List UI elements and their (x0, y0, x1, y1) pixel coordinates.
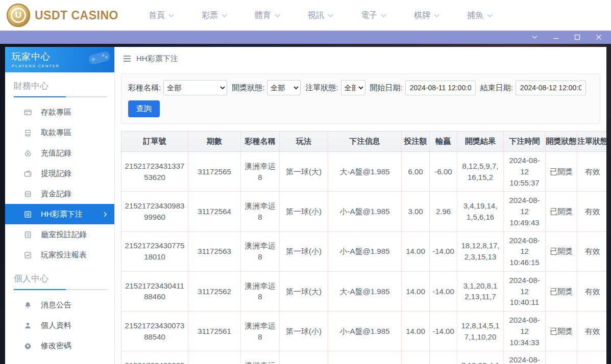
sidebar-item-label: 取款專區 (41, 128, 71, 138)
table-body: 215217234313375362031172565澳洲幸运8第一球(大)大-… (121, 152, 606, 364)
table-row: 215217234307751801031172563澳洲幸运8第一球(小)小-… (121, 232, 606, 272)
sidebar-item-clipboard-list[interactable]: 廳室投註記錄 (5, 224, 114, 245)
window-frame-background: 玩家中心 PLAYERS CENTER 財務中心存款專區取款專區充值記錄提現記錄… (0, 44, 611, 364)
list-doc-icon (24, 210, 32, 218)
person-icon (24, 321, 32, 329)
sidebar-item-label: 存款專區 (41, 108, 71, 117)
cell-lottery-name: 澳洲幸运8 (241, 192, 280, 231)
sidebar-section-title: 個人中心 (5, 265, 114, 289)
sidebar-item-label: 消息公告 (41, 300, 71, 310)
sidebar-item-wallet[interactable]: 提現記錄 (5, 163, 114, 184)
cell-lottery-name: 澳洲幸运8 (241, 311, 280, 351)
cell-order-no: 2152172343133753620 (121, 152, 188, 192)
cell-lottery-name: 澳洲幸运8 (241, 272, 280, 311)
nav-item-2[interactable]: 體育 (241, 10, 294, 21)
chevron-down-icon (328, 14, 333, 18)
cell-draw-result: 18,12,8,17,2,3,15,13 (457, 232, 504, 272)
cell-lottery-name: 澳洲幸运8 (241, 351, 280, 364)
cell-win-loss: -14.00 (430, 311, 457, 351)
wallet-icon (24, 169, 32, 177)
cell-bet-amount: 14.00 (402, 272, 430, 311)
nav-item-label: 捕魚 (467, 10, 483, 21)
chevron-down-icon (487, 14, 493, 18)
order-status-label: 注單狀態: (305, 83, 338, 93)
sidebar-item-label: 提現記錄 (41, 169, 71, 178)
cell-draw-status: 已開獎 (546, 152, 577, 192)
order-status-select[interactable]: 全部 (341, 80, 365, 95)
nav-item-4[interactable]: 電子 (347, 10, 400, 21)
sidebar-item-funds[interactable]: 資金記錄 (5, 184, 114, 204)
window-close-icon[interactable] (596, 34, 602, 40)
sidebar-item-label: 資金記錄 (41, 189, 71, 199)
nav-item-0[interactable]: 首頁 (135, 10, 188, 21)
table-row: 215217234304118846031172562澳洲幸运8第一球(大)大-… (121, 272, 606, 311)
funds-icon (24, 190, 32, 198)
logo-text: USDT CASINO (35, 9, 118, 22)
sidebar-header: 玩家中心 PLAYERS CENTER (5, 47, 114, 72)
window-chevron-down-icon[interactable] (532, 35, 537, 39)
sidebar-section-title: 財務中心 (5, 72, 114, 96)
cell-draw-result: 3,4,19,14,1,5,6,16 (457, 192, 504, 231)
cell-play-type: 第一球(大) (280, 272, 328, 311)
col-header-draw-result: 開獎結果 (457, 132, 504, 152)
end-date-input[interactable] (516, 81, 586, 95)
main-nav: 首頁彩票體育視訊電子棋牌捕魚 (135, 10, 506, 21)
cell-bet-time: 2024-08-12 10:34:33 (504, 311, 546, 351)
cell-play-type: 第一球(小) (280, 351, 328, 364)
cell-order-no: 2152172343077518010 (121, 232, 188, 272)
nav-item-label: 視訊 (308, 10, 324, 21)
start-date-label: 開始日期: (370, 83, 403, 93)
cell-lottery-name: 澳洲幸运8 (241, 232, 280, 272)
sidebar-item-label: HH彩票下注 (41, 210, 83, 219)
cell-bet-time: 2024-08-12 10:55:37 (504, 152, 546, 192)
search-button[interactable]: 查詢 (128, 100, 160, 117)
col-header-order-no: 訂單號 (121, 132, 188, 152)
sidebar-item-deposit-card[interactable]: 存款專區 (5, 102, 114, 122)
lottery-name-select[interactable]: 全部 (163, 80, 227, 95)
sidebar-item-bell[interactable]: 消息公告 (5, 295, 114, 315)
sidebar-item-person[interactable]: 個人資料 (5, 315, 114, 335)
window-minimize-icon[interactable] (553, 34, 559, 40)
sidebar-item-moneybag[interactable]: 充值記錄 (5, 143, 114, 163)
nav-item-5[interactable]: 棋牌 (400, 10, 453, 21)
bets-table: 訂單號期數彩種名稱玩法下注信息投注額輸贏開獎結果下注時間開獎狀態注單狀態 215… (121, 131, 606, 364)
cell-play-type: 第一球(小) (280, 232, 328, 272)
nav-item-1[interactable]: 彩票 (188, 10, 241, 21)
window-maximize-icon[interactable] (574, 34, 580, 40)
breadcrumb: HH彩票下注 (121, 52, 600, 64)
sidebar-item-report-chart[interactable]: 玩家投注報表 (5, 245, 114, 265)
cell-draw-status: 已開獎 (546, 311, 577, 351)
start-date-input[interactable] (405, 81, 476, 95)
cell-order-no: 2152172343007388540 (121, 311, 188, 351)
nav-item-label: 體育 (255, 10, 271, 21)
nav-item-6[interactable]: 捕魚 (453, 10, 506, 21)
cell-draw-status: 已開獎 (546, 232, 577, 272)
cell-draw-status: 已開獎 (546, 351, 577, 364)
hamburger-menu-icon[interactable] (123, 55, 131, 62)
chevron-down-icon (434, 14, 439, 18)
moneybag-icon (24, 149, 32, 157)
chevron-down-icon (168, 14, 174, 18)
cell-bet-info: 小-A盤@1.985 (328, 351, 402, 364)
cell-bet-info: 小-A盤@1.985 (328, 311, 402, 351)
cell-period: 31172562 (188, 272, 241, 311)
col-header-bet-info: 下注信息 (328, 132, 402, 152)
window-content: 玩家中心 PLAYERS CENTER 財務中心存款專區取款專區充值記錄提現記錄… (5, 47, 606, 364)
cell-play-type: 第一球(小) (280, 311, 328, 351)
sidebar-item-gear[interactable]: 修改密碼 (5, 335, 114, 356)
cell-period: 31172563 (188, 232, 241, 272)
cell-bet-amount: 6.00 (402, 152, 430, 192)
col-header-bet-time: 下注時間 (504, 132, 546, 152)
nav-item-3[interactable]: 視訊 (294, 10, 347, 21)
nav-item-label: 電子 (361, 10, 377, 21)
cell-period: 31172564 (188, 192, 241, 231)
cell-bet-info: 大-A盤@1.985 (328, 272, 402, 311)
section-underline (14, 96, 107, 97)
sidebar-item-withdraw-hand[interactable]: 取款專區 (5, 122, 114, 143)
draw-status-select[interactable]: 全部 (267, 80, 301, 95)
cell-period: 31172565 (188, 152, 241, 192)
sidebar-item-list-doc[interactable]: HH彩票下注 (5, 204, 114, 224)
end-date-label: 結束日期: (480, 83, 513, 93)
col-header-order-status: 注單狀態 (577, 132, 606, 152)
section-underline (14, 289, 107, 290)
